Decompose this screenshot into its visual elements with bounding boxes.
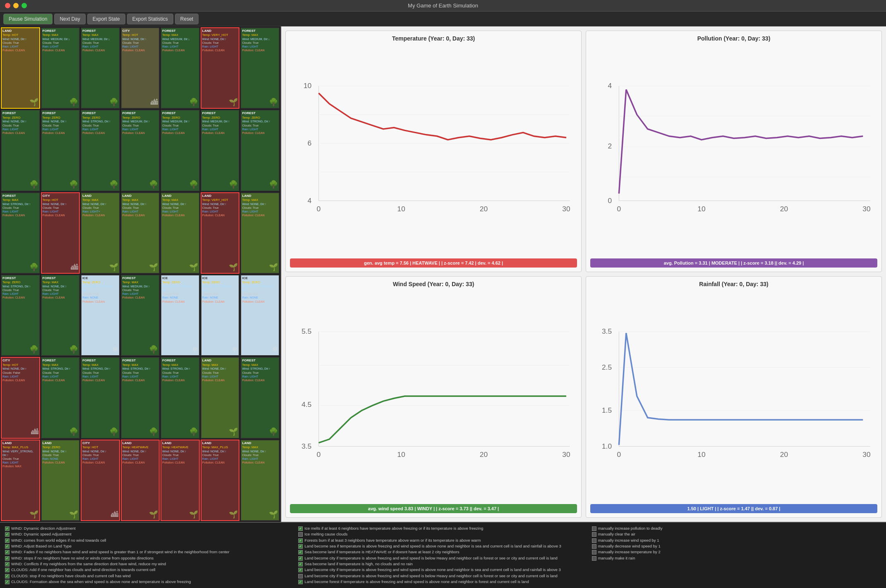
grid-cell[interactable]: FOREST Temp: ZERO Wind: NONE, Dir:↑ Clou… bbox=[41, 110, 80, 191]
rule-checkbox[interactable] bbox=[592, 538, 596, 543]
close-button[interactable] bbox=[5, 3, 10, 8]
rule-checkbox[interactable] bbox=[592, 526, 596, 531]
grid-cell[interactable]: LAND Temp: MAX_PLUS Wind: NONE, Dir:↑ Cl… bbox=[201, 440, 240, 521]
rule-item[interactable]: ✓ WIND: Dynamic speed Adjustment bbox=[5, 532, 294, 537]
grid-cell[interactable]: FOREST Temp: ZERO Wind: MEDIUM, Dir:↑ Cl… bbox=[121, 110, 160, 191]
rule-item[interactable]: ✓ WIND: Conflicts if my neighbors from t… bbox=[5, 562, 294, 566]
rule-checkbox[interactable]: ✓ bbox=[5, 526, 10, 531]
grid-cell[interactable]: LAND Temp: MAX Wind: NONE, Dir:↑ Clouds:… bbox=[81, 192, 120, 274]
grid-cell[interactable]: LAND Temp: HEATWAVE Wind: NONE, Dir:↑ Cl… bbox=[121, 440, 160, 521]
grid-cell[interactable]: FOREST Temp: MAX Wind: STRONG, Dir:↑ Clo… bbox=[41, 357, 80, 438]
rule-checkbox[interactable]: ✓ bbox=[5, 532, 10, 537]
grid-cell[interactable]: LAND Temp: MAX Wind: NONE, Dir:↑ Clouds:… bbox=[121, 192, 160, 274]
grid-cell[interactable]: FOREST Temp: MAX Wind: STRONG, Dir:↑ Clo… bbox=[1, 192, 40, 274]
rule-item[interactable]: ✓ Forests burn if at least 3 neighbors h… bbox=[298, 538, 587, 543]
grid-cell[interactable]: LAND Temp: VERY_HOT Wind: NONE, Dir:↑ Cl… bbox=[201, 27, 240, 109]
grid-cell[interactable]: LAND Temp: HOT Wind: NONE, Dir:↑ Clouds:… bbox=[1, 27, 40, 109]
rule-item[interactable]: ✓ Land become sea if temperature is abov… bbox=[298, 544, 587, 549]
grid-cell[interactable]: FOREST Temp: ZERO Wind: MEDIUM, Dir:↑ Cl… bbox=[201, 110, 240, 191]
rule-item[interactable]: manually make it rain bbox=[592, 556, 881, 561]
rule-item[interactable]: manually decrease wind speed by 1 bbox=[592, 544, 881, 549]
rule-item[interactable]: ✓ Sea become land if temperature is HEAT… bbox=[298, 550, 587, 555]
rule-checkbox[interactable]: ✓ bbox=[298, 544, 303, 549]
rule-checkbox[interactable]: ✓ bbox=[298, 580, 303, 584]
rule-item[interactable]: ✓ CLOUDS: stop if no neighbors have clou… bbox=[5, 574, 294, 578]
grid-cell[interactable]: LAND Temp: MAX Wind: NONE, Dir:↑ Clouds:… bbox=[201, 357, 240, 438]
grid-cell[interactable]: LAND Temp: MAX Wind: NONE, Dir:↑ Clouds:… bbox=[240, 440, 280, 521]
rule-item[interactable]: ✓ WIND: Fades if no neighbors have wind … bbox=[5, 550, 294, 555]
grid-cell[interactable]: LAND Temp: HEATWAVE Wind: NONE, Dir:↑ Cl… bbox=[160, 440, 200, 521]
grid-cell[interactable]: FOREST Temp: MAX Wind: STRONG, Dir:↑ Clo… bbox=[240, 357, 280, 438]
rule-item[interactable]: ✓ CLOUDS: Add if one neighbor has clouds… bbox=[5, 567, 294, 572]
rule-checkbox[interactable]: ✓ bbox=[298, 562, 303, 566]
rule-item[interactable]: Land become city if temperature is above… bbox=[298, 574, 587, 578]
rule-item[interactable]: manually clear the air bbox=[592, 532, 881, 537]
reset-button[interactable]: Reset bbox=[175, 14, 199, 24]
export-statistics-button[interactable]: Export Statistics bbox=[127, 14, 173, 24]
pause-button[interactable]: Pause Simulation bbox=[3, 14, 53, 24]
grid-cell[interactable]: FOREST Temp: ZERO Wind: STRONG, Dir:↑ Cl… bbox=[1, 275, 40, 356]
grid-cell[interactable]: CITY Temp: HOT Wind: NONE, Dir:↑ Clouds:… bbox=[81, 440, 120, 521]
rule-checkbox[interactable]: ✓ bbox=[298, 526, 303, 531]
grid-cell[interactable]: CITY Temp: HOT Wind: NONE, Dir:↑ Clouds:… bbox=[1, 357, 40, 438]
grid-cell[interactable]: FOREST Temp: ZERO Wind: NONE, Dir:↑ Clou… bbox=[1, 110, 40, 191]
grid-cell[interactable]: LAND Temp: MAX Wind: NONE, Dir:↑ Clouds:… bbox=[240, 192, 280, 274]
rule-checkbox[interactable]: ✓ bbox=[5, 538, 10, 543]
rule-item[interactable]: manually increase wind speed by 1 bbox=[592, 538, 881, 543]
rule-checkbox[interactable] bbox=[592, 532, 596, 537]
rule-checkbox[interactable]: ✓ bbox=[5, 574, 10, 578]
rule-checkbox[interactable] bbox=[592, 550, 596, 555]
grid-cell[interactable]: ICE Temp: ZERO Wind: VERY_STRONG, Dir:↑ … bbox=[160, 275, 200, 356]
rule-item[interactable]: manually increase pollution to deadly bbox=[592, 526, 881, 531]
rule-checkbox[interactable]: ✓ bbox=[5, 568, 10, 572]
rule-checkbox[interactable]: ✓ bbox=[298, 568, 303, 572]
rule-checkbox[interactable]: ✓ bbox=[5, 562, 10, 566]
rule-item[interactable]: ✓ CLOUDS: Formation above the sea when w… bbox=[5, 579, 294, 584]
grid-cell[interactable]: LAND Temp: ZERO Wind: NONE, Dir:↑ Clouds… bbox=[41, 440, 80, 521]
rule-item[interactable]: ✓ WIND: Adjust Based on Land Type bbox=[5, 544, 294, 549]
rule-item[interactable]: ✓ WIND: stops if no neighbors have no wi… bbox=[5, 556, 294, 561]
rule-item[interactable]: ✓ Ice melts if at least 6 neighbors have… bbox=[298, 526, 587, 531]
grid-cell[interactable]: CITY Temp: HOT Wind: NONE, Dir:↑ Clouds:… bbox=[41, 192, 80, 274]
grid-cell[interactable]: ICE Temp: ZERO Wind: VERY_STRONG, Dir:↑ … bbox=[240, 275, 280, 356]
grid-cell[interactable]: LAND Temp: VERY_HOT Wind: NONE, Dir:↑ Cl… bbox=[201, 192, 240, 274]
rule-item[interactable]: ✓ Land become city if temperature is abo… bbox=[298, 567, 587, 572]
rule-checkbox[interactable] bbox=[298, 532, 303, 537]
maximize-button[interactable] bbox=[22, 3, 27, 8]
grid-cell[interactable]: FOREST Temp: MAX Wind: MEDIUM, Dir:↓ Clo… bbox=[41, 27, 80, 109]
grid-cell[interactable]: ICE Temp: ZERO Wind: VERY_STRONG, Dir:↑ … bbox=[201, 275, 240, 356]
rule-checkbox[interactable]: ✓ bbox=[5, 580, 10, 584]
rule-item[interactable]: ✓ WIND: comes from world edges if no win… bbox=[5, 538, 294, 543]
grid-cell[interactable]: CITY Temp: HOT Wind: NONE, Dir:↑ Clouds:… bbox=[121, 27, 160, 109]
rule-checkbox[interactable]: ✓ bbox=[5, 556, 10, 561]
grid-cell[interactable]: FOREST Temp: MAX Wind: MEDIUM, Dir:↓ Clo… bbox=[160, 27, 200, 109]
grid-cell[interactable]: FOREST Temp: MAX Wind: NONE, Dir:↑ Cloud… bbox=[41, 275, 80, 356]
rule-checkbox[interactable]: ✓ bbox=[5, 550, 10, 555]
rule-item[interactable]: ✓ Sea become land if temperature is high… bbox=[298, 562, 587, 566]
rule-checkbox[interactable]: ✓ bbox=[298, 538, 303, 543]
minimize-button[interactable] bbox=[13, 3, 19, 8]
rule-checkbox[interactable] bbox=[592, 544, 596, 549]
grid-cell[interactable]: FOREST Temp: ZERO Wind: STRONG, Dir:↑ Cl… bbox=[240, 110, 280, 191]
grid-cell[interactable]: LAND Temp: MAX Wind: NONE, Dir:↑ Clouds:… bbox=[160, 192, 200, 274]
rule-checkbox[interactable]: ✓ bbox=[5, 544, 10, 549]
grid-cell[interactable]: FOREST Temp: ZERO Wind: MEDIUM, Dir:↑ Cl… bbox=[160, 110, 200, 191]
grid-cell[interactable]: LAND Temp: MAX_PLUS Wind: VERY_STRONG, D… bbox=[1, 440, 40, 521]
grid-cell[interactable]: FOREST Temp: MAX Wind: STRONG, Dir:↑ Clo… bbox=[121, 357, 160, 438]
rule-checkbox[interactable]: ✓ bbox=[298, 550, 303, 555]
rule-item[interactable]: Ice melting cause clouds bbox=[298, 532, 587, 537]
grid-cell[interactable]: FOREST Temp: MAX Wind: MEDIUM, Dir:↓ Clo… bbox=[240, 27, 280, 109]
rule-checkbox[interactable] bbox=[298, 574, 303, 578]
export-state-button[interactable]: Export State bbox=[87, 14, 125, 24]
next-day-button[interactable]: Next Day bbox=[54, 14, 85, 24]
grid-cell[interactable]: FOREST Temp: MAX Wind: MEDIUM, Dir:↓ Clo… bbox=[81, 27, 120, 109]
grid-cell[interactable]: ICE Temp: ZERO Wind: VERY_STRONG, Dir:↑ … bbox=[81, 275, 120, 356]
grid-cell[interactable]: FOREST Temp: MAX Wind: MEDIUM, Dir:↑ Clo… bbox=[121, 275, 160, 356]
rule-item[interactable]: ✓ WIND: Dynamic direction Adjustment bbox=[5, 526, 294, 531]
grid-cell[interactable]: FOREST Temp: ZERO Wind: STRONG, Dir:↑ Cl… bbox=[81, 110, 120, 191]
rule-item[interactable]: manually increase temperature by 2 bbox=[592, 550, 881, 555]
rule-item[interactable]: ✓ Land become forest if temperature is a… bbox=[298, 579, 587, 584]
rule-checkbox[interactable]: ✓ bbox=[298, 556, 303, 561]
grid-cell[interactable]: FOREST Temp: MAX Wind: STRONG, Dir:↑ Clo… bbox=[81, 357, 120, 438]
grid-cell[interactable]: FOREST Temp: MAX Wind: STRONG, Dir:↑ Clo… bbox=[160, 357, 200, 438]
